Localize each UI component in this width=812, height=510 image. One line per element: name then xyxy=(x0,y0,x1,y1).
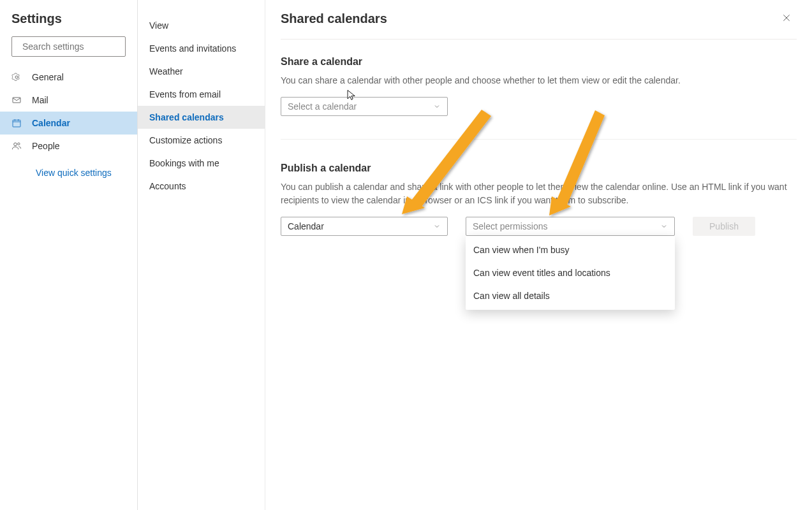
publish-button[interactable]: Publish xyxy=(693,217,755,236)
svg-point-8 xyxy=(14,143,17,146)
publish-permissions-value: Select permissions xyxy=(473,221,548,231)
view-quick-settings-link[interactable]: View quick settings xyxy=(0,157,137,178)
publish-description: You can publish a calendar and share a l… xyxy=(281,180,797,207)
close-button[interactable] xyxy=(776,11,797,27)
publish-heading: Publish a calendar xyxy=(281,163,797,174)
subnav-item-shared-calendars[interactable]: Shared calendars xyxy=(138,106,265,129)
sidebar-item-mail[interactable]: Mail xyxy=(0,89,137,112)
search-box[interactable] xyxy=(11,36,126,57)
subnav-item-accounts[interactable]: Accounts xyxy=(138,175,265,198)
chevron-down-icon xyxy=(433,103,441,110)
publish-permissions-select[interactable]: Select permissions xyxy=(466,217,675,236)
svg-rect-3 xyxy=(13,98,20,103)
sidebar-item-label: Calendar xyxy=(32,118,70,128)
close-icon xyxy=(781,13,792,23)
sidebar-item-general[interactable]: General xyxy=(0,66,137,89)
publish-calendar-section: Publish a calendar You can publish a cal… xyxy=(281,163,797,236)
search-input[interactable] xyxy=(22,41,134,52)
permissions-dropdown-menu: Can view when I'm busy Can view event ti… xyxy=(466,236,675,310)
subnav-item-events-invitations[interactable]: Events and invitations xyxy=(138,37,265,60)
chevron-down-icon xyxy=(660,222,668,230)
sidebar-item-label: People xyxy=(32,141,60,151)
mail-icon xyxy=(11,95,22,105)
chevron-down-icon xyxy=(433,222,441,230)
share-calendar-select-value: Select a calendar xyxy=(288,101,357,112)
publish-calendar-select-value: Calendar xyxy=(288,221,324,231)
settings-content: Shared calendars Share a calendar You ca… xyxy=(265,0,812,510)
sidebar-item-people[interactable]: People xyxy=(0,135,137,157)
subnav-item-customize-actions[interactable]: Customize actions xyxy=(138,129,265,152)
sidebar-item-label: General xyxy=(32,72,64,82)
sidebar-item-label: Mail xyxy=(32,95,48,105)
settings-title: Settings xyxy=(0,11,137,36)
page-title: Shared calendars xyxy=(281,11,387,26)
subnav-item-bookings[interactable]: Bookings with me xyxy=(138,152,265,175)
svg-point-9 xyxy=(18,143,20,145)
subnav-item-events-from-email[interactable]: Events from email xyxy=(138,83,265,106)
people-icon xyxy=(11,141,22,151)
share-calendar-select[interactable]: Select a calendar xyxy=(281,97,448,116)
subnav-item-weather[interactable]: Weather xyxy=(138,60,265,83)
settings-sidebar: Settings General Mail Calendar Peopl xyxy=(0,0,138,510)
permission-option-all-details[interactable]: Can view all details xyxy=(466,284,675,307)
settings-subnav: View Events and invitations Weather Even… xyxy=(138,0,265,510)
permission-option-titles-locations[interactable]: Can view event titles and locations xyxy=(466,261,675,284)
share-calendar-section: Share a calendar You can share a calenda… xyxy=(281,56,797,140)
share-heading: Share a calendar xyxy=(281,56,797,68)
permission-option-busy[interactable]: Can view when I'm busy xyxy=(466,238,675,261)
svg-rect-4 xyxy=(13,120,20,127)
svg-point-2 xyxy=(15,76,18,78)
publish-calendar-select[interactable]: Calendar xyxy=(281,217,448,236)
sidebar-item-calendar[interactable]: Calendar xyxy=(0,112,137,135)
calendar-icon xyxy=(11,118,22,128)
share-description: You can share a calendar with other peop… xyxy=(281,74,797,87)
subnav-item-view[interactable]: View xyxy=(138,14,265,37)
gear-icon xyxy=(11,72,22,82)
